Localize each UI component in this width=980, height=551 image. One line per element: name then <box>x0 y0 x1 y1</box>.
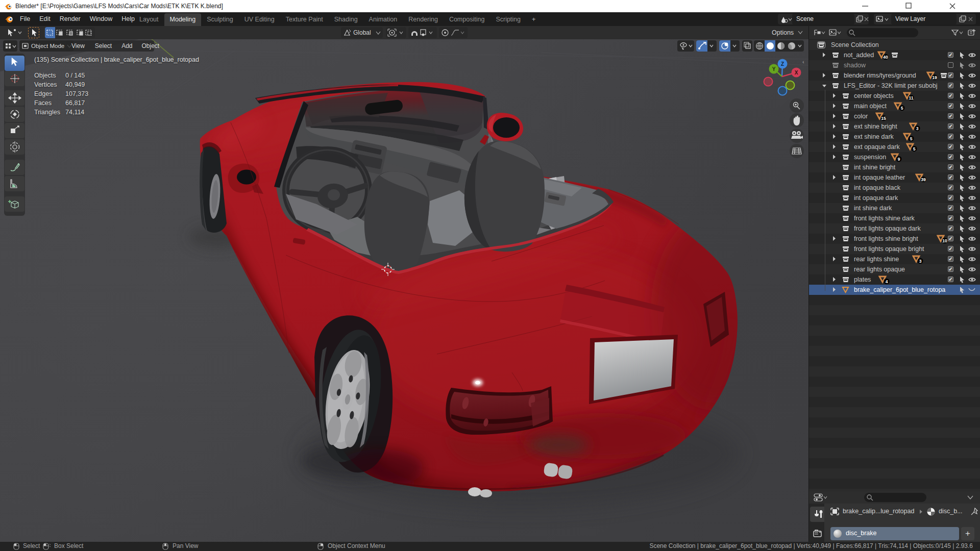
svg-text:Y: Y <box>772 66 776 72</box>
svg-text:11: 11 <box>909 95 914 101</box>
svg-text:19: 19 <box>932 75 937 80</box>
svg-text:15: 15 <box>881 116 886 121</box>
svg-text:5: 5 <box>901 106 903 111</box>
svg-text:4: 4 <box>886 279 888 284</box>
svg-text:40: 40 <box>883 55 888 60</box>
svg-text:39: 39 <box>921 177 926 182</box>
svg-text:3: 3 <box>916 126 919 131</box>
svg-text:5: 5 <box>913 146 916 152</box>
svg-text:9: 9 <box>898 157 900 162</box>
svg-text:X: X <box>795 70 798 76</box>
svg-text:5: 5 <box>910 136 913 141</box>
svg-text:Z: Z <box>781 61 784 67</box>
svg-text:3: 3 <box>919 259 922 264</box>
svg-text:10: 10 <box>942 238 947 243</box>
